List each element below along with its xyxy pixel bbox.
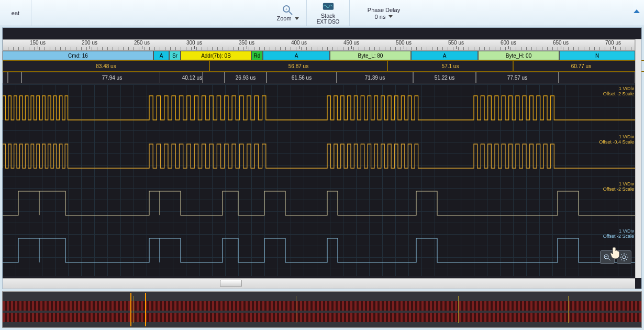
zoom-label: Zoom (276, 15, 291, 21)
svg-point-7 (623, 256, 626, 259)
decode-segment[interactable]: Addr(7b): 0B (181, 51, 251, 60)
decode-segment[interactable]: A (153, 51, 169, 60)
decode-segment[interactable]: Rd (251, 51, 263, 60)
ruler-tick: 150 us (30, 40, 46, 46)
timing-row-high: 83.48 us56.87 us57.1 us60.77 us (3, 60, 635, 72)
svg-line-5 (608, 258, 610, 260)
decode-segment[interactable]: Byte_H: 00 (478, 51, 559, 60)
ruler-tick: 700 us (605, 40, 621, 46)
decode-segment[interactable]: N (559, 51, 635, 60)
chevron-down-icon (388, 15, 393, 18)
scrollbar-thumb[interactable] (220, 280, 242, 287)
waveform-trace (3, 231, 635, 273)
timing-box: 77.57 us (476, 72, 559, 83)
waveform-trace (3, 184, 635, 226)
phase-delay-control[interactable]: Phase Delay 0 ns (350, 0, 418, 26)
timing-box: 57.1 us (387, 60, 513, 72)
timing-box: 71.39 us (337, 72, 413, 83)
stack-label: Stack (321, 13, 336, 19)
stack-sub: EXT DSO (317, 19, 340, 25)
horizontal-scrollbar[interactable] (3, 278, 635, 289)
ruler-tick: 400 us (291, 40, 307, 46)
svg-line-1 (289, 12, 292, 15)
waveform-trace (3, 137, 635, 179)
wave-quick-tools (600, 250, 631, 264)
overview-marker (458, 296, 459, 323)
overview-cursor[interactable] (130, 293, 131, 326)
time-ruler[interactable]: 150 us200 us250 us300 us350 us400 us450 … (3, 39, 635, 51)
vertical-scrollbar[interactable] (635, 39, 641, 278)
ruler-tick: 250 us (134, 40, 150, 46)
zoom-button[interactable]: + Zoom (269, 0, 307, 26)
chevron-down-icon (295, 17, 299, 20)
decode-segment[interactable]: Sr (169, 51, 181, 60)
stack-icon (322, 2, 335, 12)
timing-box: 83.48 us (3, 60, 209, 72)
ruler-tick: 550 us (448, 40, 464, 46)
ruler-tick: 600 us (501, 40, 516, 46)
svg-line-14 (626, 254, 627, 255)
ruler-tick: 300 us (186, 40, 202, 46)
timing-box: 61.56 us (267, 72, 337, 83)
analog-channel[interactable]: 1 V/DivOffset -2 Scale (3, 231, 635, 273)
timing-box: 40.12 us (160, 72, 225, 83)
svg-line-13 (626, 259, 627, 260)
protocol-decode-row: Cmd: 16ASrAddr(7b): 0BRdAByte_L: 80AByte… (3, 51, 635, 60)
svg-text:+: + (285, 7, 287, 12)
ruler-tick: 350 us (239, 40, 254, 46)
timing-box: 26.93 us (225, 72, 267, 83)
decode-segment[interactable]: A (411, 51, 478, 60)
timing-box (3, 72, 8, 83)
toolbar-fragment: eat (0, 0, 31, 26)
analog-channel[interactable]: 1 V/DivOffset -2 Scale (3, 89, 635, 130)
ruler-tick: 200 us (82, 40, 97, 46)
analog-wave-area[interactable]: 1 V/DivOffset -2 Scale1 V/DivOffset -0.4… (3, 84, 635, 276)
overview-minimap[interactable] (2, 291, 642, 328)
overview-marker (296, 296, 296, 323)
overview-marker (568, 296, 569, 323)
expand-up-icon[interactable] (634, 9, 640, 13)
timing-box: 56.87 us (209, 60, 387, 72)
decode-segment[interactable]: A (263, 51, 330, 60)
stack-button[interactable]: Stack EXT DSO (307, 0, 350, 26)
ruler-tick: 450 us (343, 40, 359, 46)
timing-box: 60.77 us (513, 60, 644, 72)
decode-segment[interactable]: Cmd: 16 (3, 51, 153, 60)
toolbar: eat + Zoom Stack EXT DSO Phase Delay 0 n… (0, 0, 644, 26)
ruler-tick: 650 us (553, 40, 569, 46)
phase-value: 0 ns (375, 14, 386, 20)
overview-cursor[interactable] (145, 293, 146, 326)
timing-box (559, 72, 635, 83)
analog-channel[interactable]: 1 V/DivOffset -0.4 Scale (3, 137, 635, 179)
decode-segment[interactable]: Byte_L: 80 (330, 51, 411, 60)
repeat-label: eat (12, 10, 19, 16)
phase-label: Phase Delay (368, 7, 400, 13)
svg-line-12 (621, 254, 622, 255)
analog-channel[interactable]: 1 V/DivOffset -2 Scale (3, 184, 635, 226)
waveform-panel: 150 us200 us250 us300 us350 us400 us450 … (2, 27, 642, 289)
ruler-tick: 500 us (396, 40, 412, 46)
zoom-icon: + (282, 4, 294, 15)
timing-box (8, 72, 21, 83)
svg-line-15 (621, 259, 622, 260)
zoom-fit-button[interactable] (600, 250, 615, 264)
overview-marker (134, 296, 134, 323)
waveform-trace (3, 89, 635, 130)
timing-box: 51.22 us (413, 72, 476, 83)
timing-row-low: 77.94 us40.12 us26.93 us61.56 us71.39 us… (3, 72, 635, 83)
settings-button[interactable] (617, 250, 631, 264)
